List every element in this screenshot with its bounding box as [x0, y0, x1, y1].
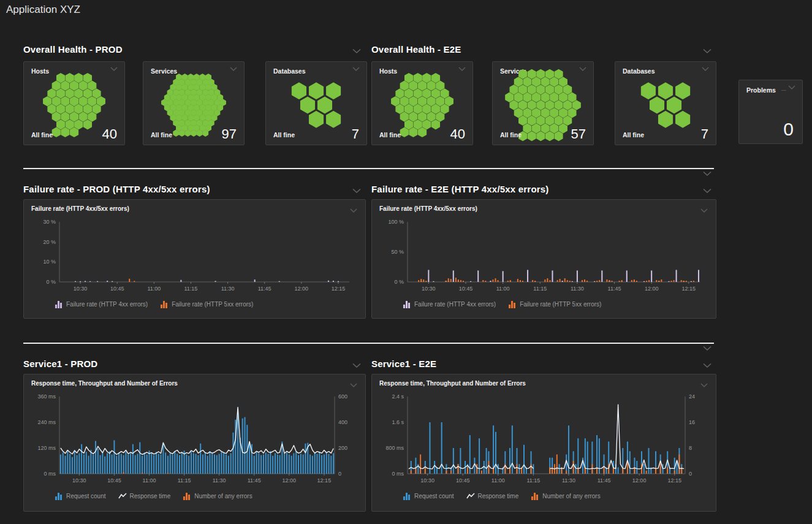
chart-tile-service1-prod[interactable]: Response time, Throughput and Number of … [23, 374, 366, 512]
svg-text:11:15: 11:15 [533, 286, 547, 292]
bar-series-icon [160, 300, 169, 308]
svg-text:10:30: 10:30 [420, 477, 434, 484]
chevron-down-icon[interactable] [579, 67, 588, 72]
entity-count: 40 [102, 126, 117, 142]
legend-label: Response time [478, 493, 519, 499]
legend-item[interactable]: Request count [55, 492, 106, 500]
service-metrics-chart: 2.4 s1.6 s800 ms0 ms24168010:3010:4511:0… [379, 390, 708, 487]
svg-text:20 %: 20 % [43, 239, 56, 245]
chevron-down-icon[interactable] [702, 171, 712, 177]
tile-label: Hosts [379, 67, 397, 75]
legend-label: Failure rate (HTTP 5xx errors) [520, 301, 601, 308]
chevron-down-icon[interactable] [701, 67, 711, 72]
svg-text:1.6 s: 1.6 s [392, 419, 404, 425]
entity-count: 7 [701, 126, 708, 142]
legend-item[interactable]: Response time [466, 492, 519, 500]
chevron-down-icon[interactable] [352, 67, 362, 72]
health-tile-databases-e2e[interactable]: Databases All fine 7 [615, 61, 716, 145]
legend-item[interactable]: Number of any errors [183, 492, 252, 500]
health-tile-services-prod[interactable]: Services All fine 97 [143, 61, 245, 145]
section-heading-failure-e2e: Failure rate - E2E (HTTP 4xx/5xx errors) [371, 184, 549, 194]
bar-series-icon [508, 300, 517, 308]
legend-label: Number of any errors [542, 493, 600, 499]
status-text: All fine [379, 131, 401, 139]
health-tile-hosts-prod[interactable]: Hosts All fine 40 [23, 61, 125, 145]
svg-text:11:30: 11:30 [562, 477, 575, 484]
chevron-down-icon[interactable] [702, 48, 712, 54]
legend-item[interactable]: Failure rate (HTTP 5xx errors) [508, 300, 601, 308]
chevron-down-icon[interactable] [352, 188, 362, 194]
svg-text:10:45: 10:45 [459, 286, 473, 292]
chevron-down-icon[interactable] [352, 48, 362, 54]
svg-text:100 %: 100 % [388, 219, 404, 225]
chevron-down-icon[interactable] [229, 67, 239, 72]
entity-count: 57 [571, 126, 586, 142]
svg-text:12:15: 12:15 [667, 477, 681, 484]
legend-item[interactable]: Failure rate (HTTP 5xx errors) [160, 300, 253, 308]
chevron-down-icon[interactable] [702, 188, 712, 194]
legend-item[interactable]: Response time [118, 492, 171, 500]
legend-item[interactable]: Number of any errors [531, 492, 600, 500]
status-text: All fine [500, 131, 522, 139]
problems-tile[interactable]: Problems 0 [738, 80, 803, 144]
chevron-down-icon[interactable] [700, 379, 708, 390]
tile-label: Hosts [31, 67, 49, 75]
divider [23, 168, 714, 169]
tile-label: Databases [623, 67, 655, 75]
legend-label: Response time [130, 493, 171, 499]
chart-tile-failure-e2e[interactable]: Failure rate (HTTP 4xx/5xx errors) 100 %… [371, 199, 716, 319]
bar-series-icon [531, 492, 539, 500]
chart-title: Response time, Throughput and Number of … [379, 380, 700, 387]
health-tile-services-e2e[interactable]: Services All fine 57 [492, 61, 594, 145]
chevron-down-icon[interactable] [458, 67, 468, 72]
health-tile-databases-prod[interactable]: Databases All fine 7 [265, 61, 367, 145]
legend-item[interactable]: Failure rate (HTTP 4xx errors) [403, 300, 496, 308]
svg-text:10:45: 10:45 [107, 477, 121, 484]
svg-text:11:00: 11:00 [491, 477, 505, 484]
svg-text:120 ms: 120 ms [37, 445, 56, 451]
svg-text:240 ms: 240 ms [37, 419, 56, 425]
svg-text:10:30: 10:30 [72, 477, 86, 484]
svg-text:2.4 s: 2.4 s [392, 393, 404, 400]
chevron-down-icon[interactable] [787, 85, 797, 91]
honeycomb[interactable] [623, 75, 708, 135]
section-heading-service1-prod: Service1 - PROD [23, 359, 97, 369]
chevron-down-icon[interactable] [702, 363, 712, 368]
svg-text:360 ms: 360 ms [37, 393, 56, 400]
svg-text:12:00: 12:00 [295, 286, 309, 292]
legend-label: Request count [414, 493, 454, 499]
section-heading-service1-e2e: Service1 - E2E [371, 359, 436, 369]
tile-label: Databases [273, 67, 306, 75]
svg-text:11:45: 11:45 [258, 286, 271, 292]
svg-text:30 %: 30 % [43, 219, 56, 225]
svg-text:0 %: 0 % [46, 279, 56, 285]
chevron-down-icon[interactable] [110, 67, 120, 72]
svg-text:16: 16 [689, 419, 695, 425]
chevron-down-icon[interactable] [702, 346, 712, 351]
failure-rate-chart: 100 %50 %0 %10:3010:4511:0011:1511:3011:… [379, 216, 708, 295]
svg-text:11:00: 11:00 [496, 286, 510, 292]
svg-text:10:30: 10:30 [74, 286, 88, 292]
chart-legend: Failure rate (HTTP 4xx errors)Failure ra… [55, 300, 358, 308]
legend-item[interactable]: Failure rate (HTTP 4xx errors) [55, 300, 148, 308]
chevron-down-icon[interactable] [352, 363, 362, 368]
failure-rate-chart: 30 %20 %10 %0 %10:3010:4511:0011:1511:30… [31, 216, 358, 295]
chevron-down-icon[interactable] [700, 205, 708, 216]
legend-item[interactable]: Request count [403, 492, 454, 500]
bar-series-icon [403, 300, 411, 308]
svg-text:10:45: 10:45 [110, 286, 124, 292]
honeycomb[interactable] [273, 75, 359, 135]
svg-text:12:00: 12:00 [632, 477, 647, 484]
svg-text:11:45: 11:45 [598, 477, 611, 484]
tile-label: Problems [746, 86, 776, 94]
chevron-down-icon[interactable] [349, 205, 358, 216]
chart-title: Failure rate (HTTP 4xx/5xx errors) [31, 205, 349, 212]
svg-text:0 ms: 0 ms [392, 471, 404, 477]
page-title: Application XYZ [6, 4, 80, 16]
health-tile-hosts-e2e[interactable]: Hosts All fine 40 [371, 61, 473, 145]
chart-tile-service1-e2e[interactable]: Response time, Throughput and Number of … [371, 374, 716, 512]
chevron-down-icon[interactable] [349, 379, 358, 390]
chart-tile-failure-prod[interactable]: Failure rate (HTTP 4xx/5xx errors) 30 %2… [23, 199, 366, 319]
svg-text:800 ms: 800 ms [385, 445, 404, 451]
legend-label: Failure rate (HTTP 4xx errors) [66, 301, 148, 308]
